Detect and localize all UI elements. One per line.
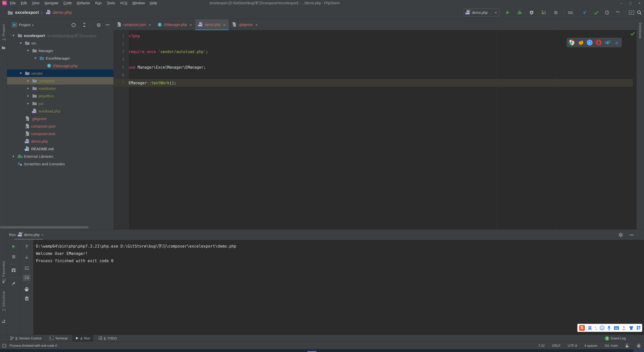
editor-tab-demo.php[interactable]: PHPdemo.php× — [195, 19, 229, 30]
scroll-up-button[interactable] — [20, 244, 33, 249]
collapse-arrow-icon[interactable] — [10, 34, 17, 37]
emoji-icon[interactable] — [600, 326, 605, 330]
code-line-1[interactable]: 1<?php — [114, 32, 633, 40]
collapse-arrow-icon[interactable] — [17, 42, 24, 45]
safari-browser-icon[interactable] — [587, 40, 593, 46]
scroll-to-end-button[interactable] — [20, 275, 33, 281]
tree-item-excelexport[interactable]: excelexportD:\GitStore\bug\学习\compos — [7, 32, 114, 39]
run-console-tab[interactable]: PHP demo.php × — [18, 230, 44, 240]
run-configuration-select[interactable]: PHP demo.php ▼ — [464, 9, 499, 17]
minimize-button[interactable]: – — [617, 0, 626, 6]
coverage-button[interactable] — [529, 10, 534, 15]
search-everywhere-button[interactable] — [637, 10, 642, 15]
expand-arrow-icon[interactable] — [25, 87, 31, 90]
readonly-lock-icon[interactable] — [625, 343, 629, 348]
print-button[interactable] — [20, 287, 33, 291]
tree-item-composer.lock[interactable]: {}composer.lock — [7, 130, 114, 137]
tree-item-emanager.php[interactable]: CEManager.php — [7, 62, 114, 69]
toolwindow-button-9-version-control[interactable]: 9: Version Control — [7, 335, 44, 342]
skin-icon[interactable] — [629, 326, 634, 330]
collapse-arrow-icon[interactable] — [17, 72, 24, 75]
firefox-browser-icon[interactable] — [578, 40, 584, 46]
breadcrumb-project[interactable]: excelexport — [15, 10, 39, 15]
code-line-7[interactable]: 7EManager::testWork(); — [114, 79, 633, 87]
menu-code[interactable]: Code — [61, 0, 74, 6]
clear-console-button[interactable] — [20, 296, 33, 301]
encoding-widget[interactable]: UTF-8 — [568, 344, 577, 347]
tree-item-demo.php[interactable]: PHPdemo.php — [7, 137, 114, 145]
close-tab-icon[interactable]: × — [42, 233, 44, 237]
collapse-arrow-icon[interactable] — [32, 57, 38, 60]
editor[interactable]: 1<?php23require_once 'vendor/autoload.ph… — [114, 30, 636, 229]
settings-gear-icon[interactable] — [96, 23, 101, 27]
menu-navigate[interactable]: Navigate — [42, 0, 61, 6]
restore-layout-button[interactable] — [7, 268, 20, 272]
caret-position-widget[interactable]: 7:22 — [538, 344, 545, 347]
run-button[interactable] — [506, 10, 510, 15]
hide-tool-window-button[interactable] — [630, 234, 634, 236]
run-anything-button[interactable] — [629, 10, 634, 15]
menu-file[interactable]: File — [8, 0, 18, 6]
editor-tab-emanager.php[interactable]: CEManager.php× — [154, 19, 195, 30]
opera-browser-icon[interactable] — [596, 40, 602, 46]
tree-item-.gitignore[interactable]: .gitignore — [7, 115, 114, 122]
code-line-5[interactable]: 5use Manager\ExcelManager\EManager; — [114, 63, 633, 71]
sogou-logo-icon[interactable]: S — [579, 325, 585, 331]
tool-stripe-project-button[interactable]: 1: Project — [2, 24, 5, 41]
settings-gear-icon[interactable] — [618, 232, 623, 237]
toolwindow-button-4-run[interactable]: 4: Run — [72, 335, 93, 342]
code-line-2[interactable]: 2 — [114, 40, 633, 48]
expand-arrow-icon[interactable] — [10, 155, 17, 158]
menu-view[interactable]: View — [29, 0, 42, 6]
menu-help[interactable]: Help — [147, 0, 160, 6]
project-view-dropdown[interactable]: Project ▼ — [19, 19, 34, 31]
ime-language-toggle[interactable]: 英 — [588, 325, 592, 331]
tool-stripe-structure-button[interactable]: 7: Structure — [2, 291, 5, 311]
keyboard-icon[interactable] — [614, 326, 619, 330]
line-ending-widget[interactable]: CRLF — [552, 344, 560, 347]
debug-button[interactable] — [517, 10, 522, 15]
sogou-menu-icon[interactable] — [636, 326, 640, 330]
git-history-button[interactable] — [605, 10, 609, 15]
highlighting-level-icon[interactable] — [636, 343, 641, 348]
tree-item-excelmanager[interactable]: ExcelManager — [7, 54, 114, 62]
editor-tab-composer.json[interactable]: {}composer.json× — [114, 19, 154, 30]
event-log-button[interactable]: 2 Event Log — [605, 335, 626, 342]
tree-item-markbaker[interactable]: markbaker — [7, 85, 114, 92]
rerun-button[interactable] — [7, 244, 20, 249]
tree-item-vendor[interactable]: vendor — [7, 69, 114, 77]
expand-arrow-icon[interactable] — [25, 80, 31, 82]
ie-browser-icon[interactable]: e — [605, 40, 611, 46]
tool-stripe-database-button[interactable]: Database — [638, 23, 642, 39]
close-tab-icon[interactable]: × — [256, 23, 258, 27]
close-tab-icon[interactable]: × — [223, 23, 225, 27]
tree-item-external-libraries[interactable]: External Libraries — [7, 152, 114, 160]
tree-item-readme.md[interactable]: MDREADME.md — [7, 145, 114, 152]
code-line-4[interactable]: 4 — [114, 56, 633, 63]
pin-tab-button[interactable] — [7, 281, 20, 286]
breadcrumb-file[interactable]: demo.php — [53, 10, 72, 15]
menu-vcs[interactable]: VCS — [117, 0, 130, 6]
horizontal-scrollbar[interactable] — [0, 226, 89, 228]
menu-tools[interactable]: Tools — [104, 0, 117, 6]
tree-item-composer.json[interactable]: {}composer.json — [7, 122, 114, 130]
ime-punctuation-toggle[interactable]: ’, — [595, 326, 597, 330]
locate-file-button[interactable] — [71, 23, 76, 27]
soft-wrap-button[interactable] — [20, 266, 33, 270]
tool-stripe-favorites-button[interactable]: 2: Favorites — [2, 261, 5, 281]
indent-widget[interactable]: 4 spaces — [584, 344, 597, 347]
editor-tab-.gitignore[interactable]: .gitignore× — [229, 19, 261, 30]
scroll-down-button[interactable] — [20, 255, 33, 259]
inspections-ok-icon[interactable] — [630, 32, 635, 36]
expand-arrow-icon[interactable] — [25, 95, 31, 97]
tree-item-scratches-and-consoles[interactable]: Scratches and Consoles — [7, 160, 114, 168]
code-line-6[interactable]: 6 — [114, 71, 633, 79]
tree-item-composer[interactable]: composer — [7, 77, 114, 85]
git-update-button[interactable] — [583, 10, 587, 15]
edge-browser-icon[interactable]: e — [614, 40, 620, 46]
code-lines[interactable]: 1<?php23require_once 'vendor/autoload.ph… — [114, 32, 633, 87]
toolwindow-button-terminal[interactable]: Terminal — [46, 335, 70, 342]
attach-debugger-button[interactable] — [541, 10, 546, 15]
hide-tool-window-button[interactable] — [106, 24, 110, 25]
close-tab-icon[interactable]: × — [149, 23, 151, 27]
